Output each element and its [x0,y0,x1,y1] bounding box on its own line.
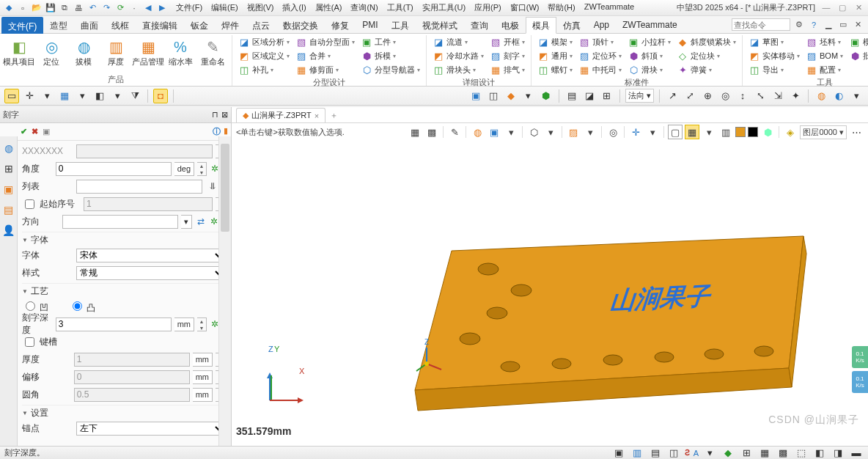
rb-斜顶[interactable]: ⬢斜顶▾ [626,49,672,62]
help-icon[interactable]: ? [808,19,820,31]
bulb-icon[interactable]: ◈ [783,125,798,139]
rb-拔模[interactable]: ◍拔模 [67,35,100,66]
rb-重命名[interactable]: ✎重命名 [196,35,229,66]
panel-close-icon[interactable]: ⊠ [221,110,228,120]
section-setting[interactable]: 设置 [22,405,225,419]
qb-grid[interactable]: ▦ [57,89,72,103]
main-menu[interactable]: 文件(F)编辑(E)视图(V) 插入(I)属性(A)查询(N) 工具(T)实用工… [174,2,636,13]
saveall-icon[interactable]: ⧉ [59,2,70,14]
sb-3[interactable]: ▤ [648,446,663,460]
qb-a[interactable]: ↗ [665,89,680,103]
qb-i3[interactable]: ◆ [504,89,518,103]
rb-草图[interactable]: ◪草图▾ [747,35,801,48]
rb-螺钉[interactable]: ◫螺钉▾ [536,63,574,76]
section-font[interactable]: 字体 [22,232,225,246]
sb-12[interactable]: ▬ [849,446,864,460]
qb-i7[interactable]: ◪ [582,89,597,103]
rb-模架[interactable]: ◪模架▾ [536,35,574,48]
sb-6[interactable]: ⊞ [739,446,754,460]
mt-frame1[interactable]: ▢ [668,125,683,139]
tab-query[interactable]: 查询 [464,17,495,34]
maximize-icon[interactable]: ▢ [836,3,849,12]
tab-repair[interactable]: 修复 [325,17,356,34]
mt-3[interactable]: ✎ [447,125,462,139]
tab-wire[interactable]: 线框 [105,17,136,34]
rest-icon[interactable]: ▭ [837,19,849,31]
style-select[interactable]: 常规 [76,266,225,280]
sb-2[interactable]: ▥ [630,446,644,460]
rb-修剪面[interactable]: ▦修剪面▾ [294,63,356,76]
tab-pointcloud[interactable]: 点云 [246,17,276,34]
tab-mold[interactable]: 模具 [526,17,556,34]
add-tab-button[interactable]: ＋ [326,109,342,122]
rb-滑块头[interactable]: ◫滑块头▾ [431,63,485,76]
rb-斜度锁紧块[interactable]: ◆斜度锁紧块▾ [675,35,738,48]
rb-BOM[interactable]: ▨BOM▾ [804,49,845,62]
anchor-select[interactable]: 左下 [76,422,225,436]
tab-team[interactable]: ZWTeammate [616,17,684,34]
panel-scrollbar[interactable] [218,136,231,446]
redo-icon[interactable]: ↷ [100,2,112,14]
rb-产品管理[interactable]: ▦产品管理 [132,35,164,66]
sb-7[interactable]: ▦ [757,446,772,460]
dir-aux2-icon[interactable]: ✲ [210,216,218,227]
rb-补孔[interactable]: ◫补孔▾ [237,63,291,76]
rb-顶针[interactable]: ▧顶针▾ [577,35,623,48]
tab-close-icon[interactable]: × [315,111,319,120]
mt-box[interactable]: ▣ [487,125,501,139]
rb-模具出图[interactable]: ▣模具出图▾ [847,35,868,48]
direction-dropdown[interactable]: 法向 ▾ [625,89,654,103]
sb-10[interactable]: ◧ [812,446,827,460]
qb-i6[interactable]: ▤ [564,89,579,103]
tab-tools[interactable]: 工具 [385,17,416,34]
tab-app[interactable]: App [587,17,616,34]
pin-icon[interactable]: ⊓ [212,110,218,120]
depth-aux-icon[interactable]: ✲ [211,318,218,330]
rb-合并[interactable]: ▨合并▾ [294,49,356,62]
rb-配置[interactable]: ▦配置▾ [804,63,845,76]
qb-d[interactable]: ◎ [718,89,732,103]
section-process[interactable]: 工艺 [22,283,225,298]
ls-tree-icon[interactable]: ⊞ [2,163,15,176]
tab-file[interactable]: 文件(F) [1,17,43,34]
mt-layer[interactable]: ▨ [566,125,581,139]
font-select[interactable]: 宋体 [76,249,225,262]
rb-坯料[interactable]: ▧坯料▾ [804,35,845,48]
rb-自动分型面[interactable]: ▧自动分型面▾ [294,35,356,48]
ls-doc-icon[interactable]: ▤ [2,204,15,217]
rb-冷却水路[interactable]: ◩冷却水路▾ [431,49,485,62]
qb-pick[interactable]: ◧ [92,89,107,103]
qb-i1[interactable]: ▣ [468,89,483,103]
viewport-3d[interactable]: 山涧果子 Z ZYX 351.579mm 0.1K/s [232,141,868,446]
reset-icon[interactable]: ▮ [224,126,228,137]
color-swatch-1[interactable] [735,127,746,137]
qb-filter[interactable]: ⧩ [128,89,142,103]
qb-b[interactable]: ⤢ [683,89,697,103]
new-icon[interactable]: ▫ [17,2,29,14]
undo-icon[interactable]: ↶ [87,2,98,14]
qb-i8[interactable]: ⊞ [600,89,614,103]
color-swatch-2[interactable] [748,127,758,137]
qb-k[interactable]: ◐ [831,89,846,103]
qb-select[interactable]: ▭ [4,89,19,103]
rb-区域定义[interactable]: ◩区域定义▾ [237,49,291,62]
qb-cube[interactable]: ◘ [153,89,168,103]
mt-tgt[interactable]: ◎ [606,125,620,139]
qb-l[interactable]: ▾ [849,89,864,103]
qb-j[interactable]: ◍ [814,89,828,103]
open-icon[interactable]: 📂 [31,2,43,14]
side-gauge-b[interactable]: 0.1K/s [852,371,868,393]
tab-visual[interactable]: 视觉样式 [416,17,464,34]
refresh-icon[interactable]: ⟳ [114,2,126,14]
rb-滑块[interactable]: ⬡滑块▾ [626,63,672,76]
rb-分型导航器[interactable]: ⬡分型导航器▾ [359,63,422,76]
dir-aux1-icon[interactable]: ⇄ [196,216,205,227]
rb-刻字[interactable]: ▨刻字▾ [488,49,526,62]
save-icon[interactable]: 💾 [45,2,56,14]
close-icon[interactable]: ✕ [852,3,865,12]
tab-directedit[interactable]: 直接编辑 [136,17,184,34]
rb-流道[interactable]: ◪流道▾ [431,35,485,48]
dir-input[interactable] [62,215,178,229]
tab-dataex[interactable]: 数据交换 [276,17,325,34]
keyslot-check[interactable] [25,337,34,347]
